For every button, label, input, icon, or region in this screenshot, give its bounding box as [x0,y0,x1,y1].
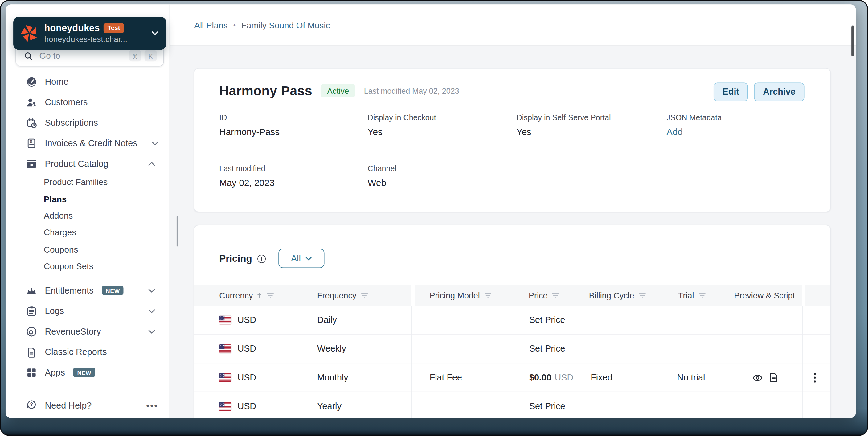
sidebar-item-label: Product Families [44,177,107,187]
filter-icon[interactable] [483,291,493,300]
archive-button[interactable]: Archive [754,83,805,101]
table-row-yearly: USD Yearly Set Price [194,392,830,418]
help-headset-icon: ? [26,398,38,413]
script-file-icon[interactable] [769,373,778,383]
set-price-link[interactable]: Set Price [529,335,565,363]
column-pricing-model[interactable]: Pricing Model [430,285,493,306]
revenuestory-icon [26,326,38,338]
help-more-menu[interactable]: ••• [147,401,158,410]
chevron-up-icon[interactable] [148,162,155,166]
column-group-divider [411,285,414,306]
info-icon[interactable]: i [257,254,267,263]
sidebar-item-apps[interactable]: Apps NEW [5,362,169,383]
filter-icon[interactable] [266,291,275,300]
field-last-modified: Last modified May 02, 2023 [219,164,275,188]
chevron-down-icon [152,31,158,35]
breadcrumb-current: Family Sound Of Music [241,20,330,30]
set-price-link[interactable]: Set Price [529,306,565,334]
top-header: All Plans • Family Sound Of Music [170,4,856,46]
field-channel: Channel Web [367,164,396,188]
status-badge: Active [320,84,356,97]
field-json-metadata: JSON Metadata Add [666,113,721,137]
table-row-daily: USD Daily Set Price [194,306,830,334]
account-switcher[interactable]: honeydukes Test honeydukes-test.char... [13,17,166,50]
sidebar-item-label: Apps [45,368,65,377]
set-price-link[interactable]: Set Price [529,392,565,418]
sidebar-item-home[interactable]: Home [5,71,169,92]
sidebar-nav: Home Customers [5,71,169,383]
filter-icon[interactable] [697,291,707,300]
breadcrumb-all-plans[interactable]: All Plans [194,20,227,30]
field-id: ID Harmony-Pass [219,113,280,137]
sidebar-item-product-families[interactable]: Product Families [5,174,169,191]
main-scrollbar-thumb[interactable] [851,26,854,57]
shortcut-cmd-key: ⌘ [129,50,141,62]
column-currency[interactable]: Currency [219,285,275,306]
price-currency: USD [555,373,574,383]
main-content: Harmony Pass Active Last modified May 02… [170,46,856,418]
column-trial[interactable]: Trial [678,285,707,306]
goto-placeholder: Go to [39,51,60,61]
sidebar-item-subscriptions[interactable]: Subscriptions [5,113,169,133]
add-metadata-link[interactable]: Add [666,127,683,137]
sidebar-item-charges[interactable]: Charges [5,225,169,241]
table-row-monthly: USD Monthly Flat Fee $0.00 USD Fixed No … [194,363,830,392]
us-flag-icon [219,316,231,325]
preview-eye-icon[interactable] [752,373,763,382]
row-actions-kebab-icon[interactable] [810,363,819,392]
column-billing-cycle[interactable]: Billing Cycle [589,285,647,306]
sidebar-item-revenuestory[interactable]: RevenueStory [5,321,169,342]
chevron-down-icon[interactable] [148,309,155,313]
sidebar-item-product-catalog[interactable]: Product Catalog [5,153,169,174]
chevron-down-icon [306,256,312,261]
chargebee-logo-icon [20,24,39,42]
app-window: honeydukes Test honeydukes-test.char... … [5,4,856,418]
column-price[interactable]: Price [529,285,560,306]
chevron-down-icon[interactable] [148,288,155,293]
window-frame: honeydukes Test honeydukes-test.char... … [0,0,868,436]
us-flag-icon [219,373,231,382]
sort-asc-icon[interactable] [256,291,262,300]
screenshot-root: honeydukes Test honeydukes-test.char... … [0,0,868,436]
chevron-down-icon[interactable] [148,329,155,333]
sidebar-item-label: Product Catalog [45,159,108,169]
pricing-title: Pricing [219,253,252,265]
need-help-label: Need Help? [45,401,92,410]
edit-button[interactable]: Edit [714,83,748,101]
sidebar-item-invoices[interactable]: $ Invoices & Credit Notes [5,133,169,153]
need-help[interactable]: ? Need Help? ••• [5,395,169,416]
svg-text:$: $ [30,139,32,144]
column-frequency[interactable]: Frequency [317,285,369,306]
sidebar-item-label: Coupon Sets [44,261,93,271]
pricing-table: Currency Frequency Pricing Model [194,285,830,418]
sidebar-item-customers[interactable]: Customers [5,92,169,112]
sidebar-item-label: Entitlements [45,286,93,295]
pricing-filter-dropdown[interactable]: All [278,249,324,268]
sidebar-item-label: Plans [44,194,67,204]
sidebar-scrollbar-thumb[interactable] [177,216,178,246]
sidebar-item-plans[interactable]: Plans [5,191,169,207]
sidebar-item-entitlements[interactable]: Entitlements NEW [5,280,169,301]
sidebar-item-addons[interactable]: Addons [5,207,169,225]
sidebar-item-classic-reports[interactable]: Classic Reports [5,342,169,362]
plan-summary-card: Harmony Pass Active Last modified May 02… [194,68,831,212]
last-modified-note: Last modified May 02, 2023 [364,86,459,95]
customers-icon [26,96,38,109]
sidebar: honeydukes Test honeydukes-test.char... … [5,4,170,418]
sidebar-item-logs[interactable]: Logs [5,301,169,321]
filter-icon[interactable] [551,291,560,300]
chevron-down-icon[interactable] [152,141,158,145]
filter-icon[interactable] [360,291,369,300]
pricing-card: Pricing i All Currency [194,225,831,418]
table-header: Currency Frequency Pricing Model [194,285,830,306]
sidebar-item-label: Invoices & Credit Notes [45,138,137,148]
subscriptions-icon [26,117,38,129]
breadcrumb-separator: • [233,21,236,29]
filter-icon[interactable] [638,291,647,300]
svg-text:i: i [261,256,262,262]
price-value: $0.00 [529,373,552,383]
sidebar-item-coupon-sets[interactable]: Coupon Sets [5,258,169,275]
column-group-divider [802,285,805,306]
sidebar-item-coupons[interactable]: Coupons [5,241,169,258]
column-preview-script: Preview & Script [734,285,795,306]
